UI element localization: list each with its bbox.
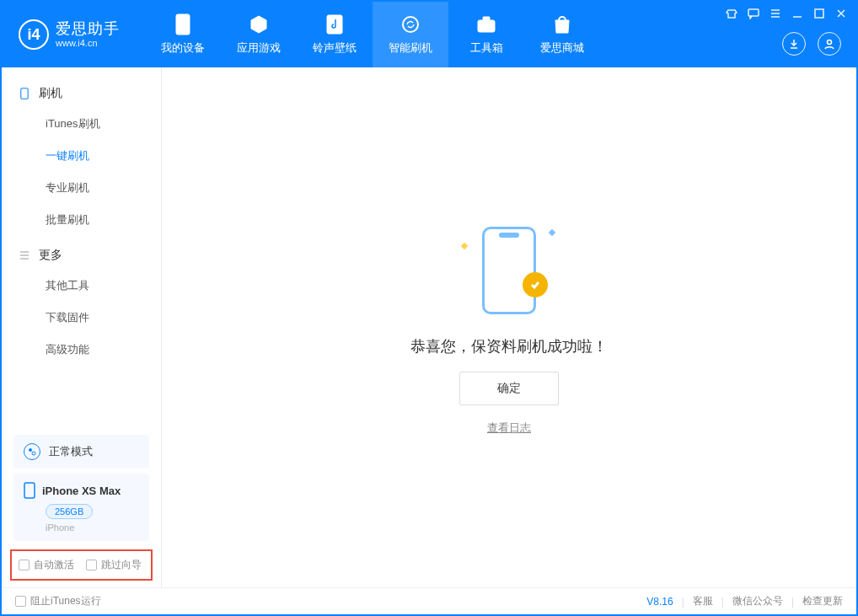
ok-button[interactable]: 确定 <box>459 372 559 405</box>
sidebar-section-flash: 刷机 <box>2 79 161 108</box>
nav-toolbox[interactable]: 工具箱 <box>448 2 524 67</box>
cube-icon <box>248 13 270 35</box>
nav-label: 我的设备 <box>161 40 205 56</box>
nav-my-device[interactable]: 我的设备 <box>145 2 221 67</box>
nav-label: 应用游戏 <box>237 40 281 56</box>
auto-activate-checkbox[interactable]: 自动激活 <box>19 558 74 572</box>
check-update-link[interactable]: 检查更新 <box>802 594 843 608</box>
success-message: 恭喜您，保资料刷机成功啦！ <box>410 336 608 356</box>
close-icon[interactable] <box>834 7 848 20</box>
nav-store[interactable]: 爱思商城 <box>524 2 600 67</box>
nav-ringtones[interactable]: 铃声壁纸 <box>297 2 373 67</box>
refresh-shield-icon <box>400 13 421 35</box>
header-actions <box>782 32 841 56</box>
bag-icon <box>551 13 573 35</box>
device-name: iPhone XS Max <box>42 485 121 497</box>
sidebar-item-batch-flash[interactable]: 批量刷机 <box>2 204 161 236</box>
svg-rect-5 <box>815 9 823 18</box>
mode-label: 正常模式 <box>49 444 93 459</box>
window-controls <box>725 7 848 20</box>
svg-point-8 <box>29 448 32 452</box>
svg-point-9 <box>32 452 35 455</box>
menu-icon[interactable] <box>769 7 782 20</box>
svg-rect-3 <box>483 17 490 20</box>
user-icon[interactable] <box>818 32 841 56</box>
support-link[interactable]: 客服 <box>693 594 713 608</box>
feedback-icon[interactable] <box>747 7 760 20</box>
sidebar-item-other-tools[interactable]: 其他工具 <box>2 270 161 302</box>
minimize-icon[interactable] <box>791 7 804 20</box>
svg-rect-2 <box>478 20 495 32</box>
view-log-link[interactable]: 查看日志 <box>487 420 531 436</box>
success-illustration <box>458 220 560 321</box>
app-title: 爱思助手 <box>56 20 120 39</box>
app-header: i4 爱思助手 www.i4.cn 我的设备 应用游戏 铃声壁纸 智能刷机 工具… <box>2 2 856 67</box>
svg-rect-4 <box>748 9 759 16</box>
skip-guide-checkbox[interactable]: 跳过向导 <box>86 558 142 572</box>
device-type: iPhone <box>46 522 139 533</box>
svg-rect-7 <box>21 88 28 99</box>
sidebar-item-download-firmware[interactable]: 下载固件 <box>2 302 161 334</box>
top-nav: 我的设备 应用游戏 铃声壁纸 智能刷机 工具箱 爱思商城 <box>145 2 600 67</box>
nav-label: 铃声壁纸 <box>313 40 357 56</box>
sidebar-item-advanced[interactable]: 高级功能 <box>2 334 161 366</box>
sidebar-item-oneclick-flash[interactable]: 一键刷机 <box>2 140 161 172</box>
toolbox-icon <box>475 13 497 35</box>
nav-flash[interactable]: 智能刷机 <box>373 2 448 67</box>
sidebar-section-title: 刷机 <box>39 86 62 101</box>
music-file-icon <box>324 13 346 35</box>
skin-icon[interactable] <box>725 7 738 20</box>
svg-rect-10 <box>24 483 35 498</box>
nav-label: 爱思商城 <box>540 40 584 56</box>
version-label[interactable]: V8.16 <box>646 596 673 608</box>
nav-label: 智能刷机 <box>389 40 432 56</box>
nav-label: 工具箱 <box>470 40 503 56</box>
check-icon <box>523 272 548 297</box>
phone-icon <box>172 13 194 35</box>
main-content: 恭喜您，保资料刷机成功啦！ 确定 查看日志 <box>162 67 856 587</box>
svg-point-6 <box>828 40 832 45</box>
app-subtitle: www.i4.cn <box>56 38 120 49</box>
sidebar-item-itunes-flash[interactable]: iTunes刷机 <box>2 108 161 140</box>
wechat-link[interactable]: 微信公众号 <box>732 594 783 608</box>
device-mode-card[interactable]: 正常模式 <box>13 435 149 469</box>
sidebar-item-pro-flash[interactable]: 专业刷机 <box>2 172 161 204</box>
sidebar-section-more: 更多 <box>2 241 161 270</box>
sidebar-section-title: 更多 <box>39 248 62 263</box>
device-capacity-badge: 256GB <box>46 504 93 519</box>
status-bar: 阻止iTunes运行 V8.16 | 客服 | 微信公众号 | 检查更新 <box>2 587 856 614</box>
device-icon <box>24 482 35 499</box>
svg-rect-1 <box>327 15 342 34</box>
nav-apps[interactable]: 应用游戏 <box>221 2 297 67</box>
mode-icon <box>24 443 40 460</box>
block-itunes-checkbox[interactable]: 阻止iTunes运行 <box>15 594 101 608</box>
logo: i4 爱思助手 www.i4.cn <box>19 19 120 50</box>
svg-rect-0 <box>176 14 190 35</box>
download-icon[interactable] <box>782 32 806 56</box>
maximize-icon[interactable] <box>812 7 826 20</box>
logo-icon: i4 <box>19 19 49 50</box>
highlighted-options: 自动激活 跳过向导 <box>10 549 153 581</box>
device-card[interactable]: iPhone XS Max 256GB iPhone <box>13 474 149 541</box>
sidebar: 刷机 iTunes刷机 一键刷机 专业刷机 批量刷机 更多 其他工具 下载固件 … <box>2 67 162 587</box>
